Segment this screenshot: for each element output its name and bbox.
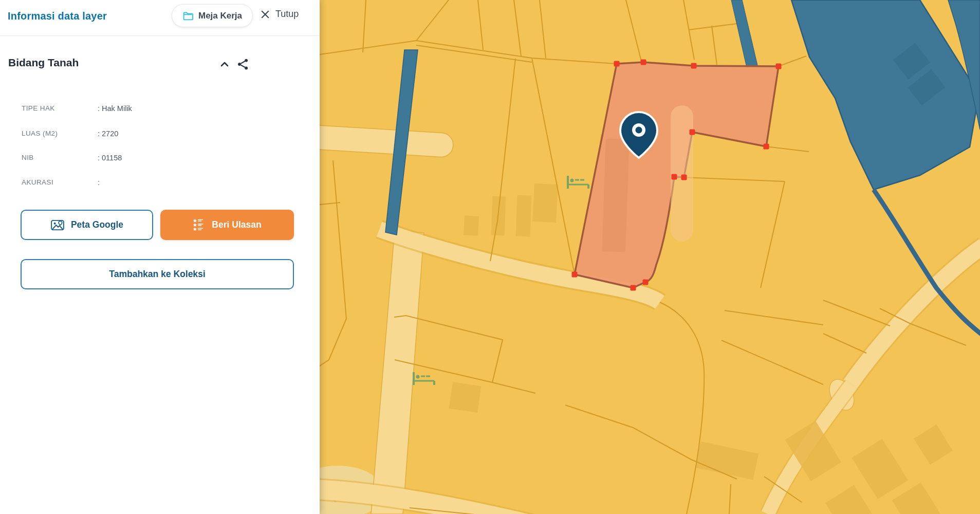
meja-kerja-button[interactable]: Meja Kerja [172,4,253,27]
map-canvas[interactable] [320,0,980,514]
field-label: NIB [22,154,34,161]
field-row-akurasi: AKURASI : [0,178,320,191]
field-label: TIPE HAK [22,104,55,112]
peta-google-button[interactable]: Peta Google [21,210,153,240]
field-label: AKURASI [22,178,53,186]
tambahkan-koleksi-button[interactable]: Tambahkan ke Koleksi [21,259,294,289]
field-value: : 2720 [98,130,118,138]
field-row-nib: NIB : 01158 [0,154,320,166]
field-row-luas: LUAS (M2) : 2720 [0,130,320,142]
close-panel-button[interactable]: Tutup [260,9,299,20]
app-window: Informasi data layer Meja Kerja Tutup Bi… [0,0,980,514]
panel-title: Informasi data layer [8,10,107,22]
parcel-inner-building [602,138,630,252]
share-button[interactable] [235,58,251,71]
collapse-section-button[interactable] [217,58,232,71]
field-row-tipe-hak: TIPE HAK : Hak Milik [0,104,320,117]
field-value: : 01158 [98,154,122,162]
info-panel: Informasi data layer Meja Kerja Tutup Bi… [0,0,320,514]
close-label: Tutup [275,9,299,20]
beri-ulasan-label: Beri Ulasan [212,219,261,230]
parcel-inner-drive [671,105,693,242]
map-area[interactable] [320,0,980,514]
chevron-up-icon [218,58,231,70]
share-icon [237,58,249,70]
folder-icon [182,10,193,21]
panel-header: Informasi data layer Meja Kerja Tutup [0,0,320,36]
field-value: : [98,178,100,187]
meja-kerja-label: Meja Kerja [198,11,242,21]
tambahkan-koleksi-label: Tambahkan ke Koleksi [109,269,205,280]
peta-google-label: Peta Google [71,219,123,230]
section-title: Bidang Tanah [8,57,79,69]
field-value: : Hak Milik [98,104,132,113]
close-icon [260,9,270,20]
map-image-icon [50,218,65,232]
beri-ulasan-button[interactable]: Beri Ulasan [160,210,294,240]
field-label: LUAS (M2) [22,130,58,137]
review-stars-icon [193,218,206,231]
